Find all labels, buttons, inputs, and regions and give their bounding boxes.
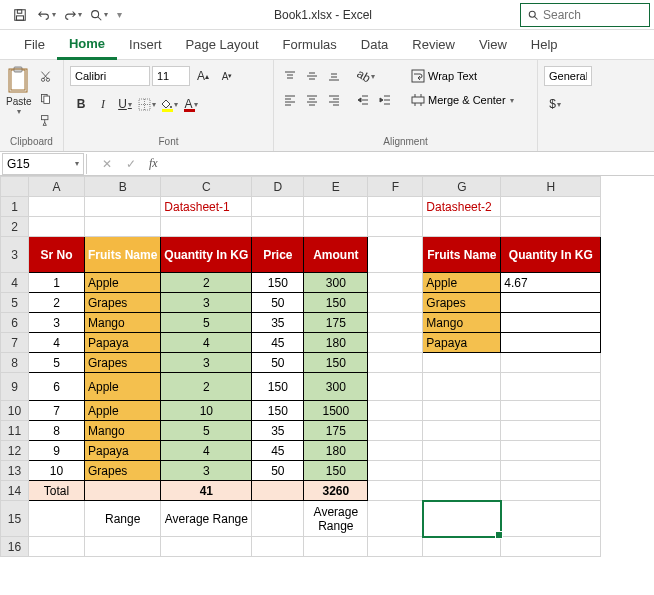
cell[interactable]: 3 <box>161 461 252 481</box>
fx-label[interactable]: fx <box>149 156 158 171</box>
cell[interactable] <box>252 217 304 237</box>
cell[interactable]: 3260 <box>304 481 368 501</box>
decrease-indent-icon[interactable] <box>352 90 374 110</box>
cell[interactable] <box>368 537 423 557</box>
cell[interactable] <box>368 197 423 217</box>
cell[interactable]: 50 <box>252 461 304 481</box>
cell[interactable] <box>252 197 304 217</box>
cell[interactable] <box>161 537 252 557</box>
cell[interactable]: 3 <box>29 313 85 333</box>
tab-formulas[interactable]: Formulas <box>271 30 349 60</box>
cell[interactable]: 150 <box>252 401 304 421</box>
search-qat-icon[interactable]: ▾ <box>86 3 110 27</box>
paste-button[interactable]: Paste <box>6 96 32 107</box>
cell[interactable] <box>423 401 501 421</box>
row-header[interactable]: 1 <box>1 197 29 217</box>
cell[interactable]: 35 <box>252 421 304 441</box>
cell[interactable] <box>368 217 423 237</box>
col-header[interactable]: D <box>252 177 304 197</box>
row-header[interactable]: 14 <box>1 481 29 501</box>
italic-button[interactable]: I <box>92 94 114 114</box>
tab-review[interactable]: Review <box>400 30 467 60</box>
row-header[interactable]: 10 <box>1 401 29 421</box>
tab-data[interactable]: Data <box>349 30 400 60</box>
align-bottom-icon[interactable] <box>324 66 344 86</box>
cell[interactable] <box>29 537 85 557</box>
align-middle-icon[interactable] <box>302 66 322 86</box>
cell[interactable] <box>501 313 601 333</box>
cell[interactable] <box>423 481 501 501</box>
number-format-select[interactable] <box>544 66 592 86</box>
cell[interactable] <box>29 217 85 237</box>
cell[interactable] <box>501 217 601 237</box>
cell[interactable] <box>368 293 423 313</box>
row-header[interactable]: 6 <box>1 313 29 333</box>
format-painter-icon[interactable] <box>36 110 56 130</box>
cell[interactable] <box>501 421 601 441</box>
cell[interactable] <box>501 481 601 501</box>
col-header[interactable]: C <box>161 177 252 197</box>
cell[interactable] <box>501 401 601 421</box>
align-center-icon[interactable] <box>302 90 322 110</box>
currency-button[interactable]: $▾ <box>544 94 566 114</box>
row-header[interactable]: 4 <box>1 273 29 293</box>
row-header[interactable]: 5 <box>1 293 29 313</box>
cell[interactable] <box>423 461 501 481</box>
cell[interactable]: 9 <box>29 441 85 461</box>
cell[interactable] <box>368 237 423 273</box>
cell[interactable]: 4 <box>161 441 252 461</box>
cell[interactable]: 3 <box>161 293 252 313</box>
paste-icon[interactable] <box>7 66 31 96</box>
cell[interactable]: 150 <box>252 373 304 401</box>
cell[interactable] <box>368 373 423 401</box>
cell[interactable]: 3 <box>161 353 252 373</box>
cell[interactable]: Papaya <box>423 333 501 353</box>
cell[interactable]: Datasheet-2 <box>423 197 501 217</box>
cell[interactable]: 180 <box>304 441 368 461</box>
search-input[interactable] <box>543 8 633 22</box>
col-header[interactable]: B <box>85 177 161 197</box>
cell[interactable] <box>423 537 501 557</box>
cell[interactable]: Amount <box>304 237 368 273</box>
cell[interactable]: 150 <box>304 461 368 481</box>
cell[interactable] <box>423 353 501 373</box>
cell[interactable]: Grapes <box>85 353 161 373</box>
col-header[interactable]: E <box>304 177 368 197</box>
font-color-button[interactable]: A▾ <box>180 94 202 114</box>
search-box[interactable] <box>520 3 650 27</box>
cell[interactable] <box>85 481 161 501</box>
tab-pagelayout[interactable]: Page Layout <box>174 30 271 60</box>
cell[interactable] <box>368 333 423 353</box>
align-top-icon[interactable] <box>280 66 300 86</box>
cell[interactable]: Mango <box>85 421 161 441</box>
cell[interactable] <box>368 421 423 441</box>
cell[interactable]: Apple <box>423 273 501 293</box>
cell[interactable]: 4 <box>29 333 85 353</box>
cell[interactable]: 150 <box>304 353 368 373</box>
cell[interactable]: 300 <box>304 273 368 293</box>
borders-button[interactable]: ▾ <box>136 94 158 114</box>
tab-home[interactable]: Home <box>57 30 117 60</box>
cell[interactable]: 6 <box>29 373 85 401</box>
spreadsheet-grid[interactable]: A B C D E F G H 1Datasheet-1Datasheet-22… <box>0 176 601 557</box>
cell[interactable] <box>501 501 601 537</box>
font-name-select[interactable] <box>70 66 150 86</box>
increase-indent-icon[interactable] <box>374 90 396 110</box>
cell[interactable]: 41 <box>161 481 252 501</box>
tab-file[interactable]: File <box>12 30 57 60</box>
cell[interactable] <box>29 197 85 217</box>
formula-bar-input[interactable] <box>158 157 654 171</box>
cell[interactable]: Average Range <box>161 501 252 537</box>
cell[interactable] <box>85 197 161 217</box>
cell[interactable] <box>252 501 304 537</box>
cell[interactable] <box>368 501 423 537</box>
cell[interactable]: Papaya <box>85 441 161 461</box>
cell[interactable] <box>368 273 423 293</box>
cell[interactable] <box>161 217 252 237</box>
cell[interactable]: 4.67 <box>501 273 601 293</box>
cell[interactable] <box>304 197 368 217</box>
cell[interactable] <box>252 537 304 557</box>
merge-center-button[interactable]: Merge & Center▾ <box>406 90 519 110</box>
cell[interactable]: 8 <box>29 421 85 441</box>
cell[interactable]: 2 <box>161 373 252 401</box>
